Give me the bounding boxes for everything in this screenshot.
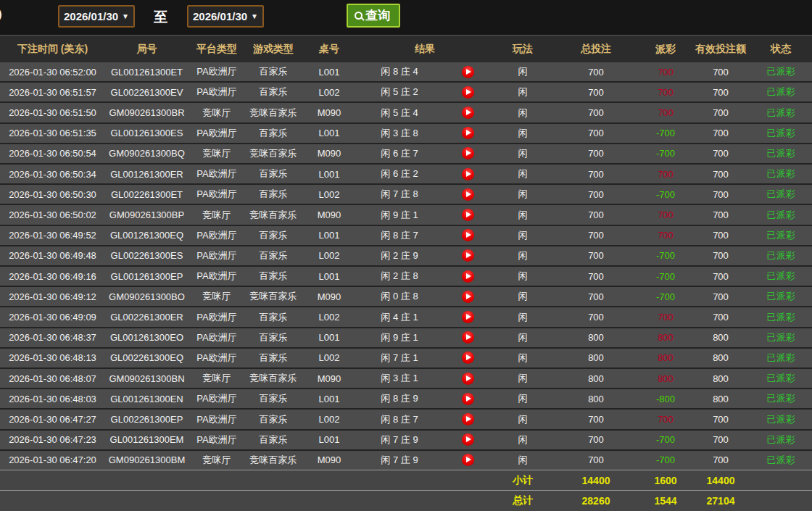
table-row: 2026-01-30 06:49:16 GL001261300EP PA欧洲厅 … xyxy=(0,267,812,287)
play-icon[interactable] xyxy=(462,454,474,466)
cell-status-badge: 已派彩 xyxy=(750,331,812,344)
play-icon[interactable] xyxy=(462,373,474,385)
cell-result: 闲 2 庄 9 xyxy=(357,249,442,262)
cell-replay xyxy=(442,188,493,201)
subtotal-valid-bet: 14400 xyxy=(692,475,750,486)
cell-round-id: GL001261300EM xyxy=(105,434,188,445)
cell-result: 闲 3 庄 1 xyxy=(357,372,442,385)
cell-total-bet: 700 xyxy=(552,434,639,445)
cell-round-id: GL002261300EQ xyxy=(105,352,188,363)
play-icon[interactable] xyxy=(462,270,474,283)
play-icon[interactable] xyxy=(462,352,474,364)
cell-table-no: M090 xyxy=(302,454,357,465)
play-icon[interactable] xyxy=(462,168,474,180)
header-payout: 派彩 xyxy=(639,43,692,56)
subtotal-row: 小计 14400 1600 14400 xyxy=(0,470,812,490)
total-valid-bet: 27104 xyxy=(692,495,750,507)
cell-valid-bet: 700 xyxy=(692,434,750,445)
cell-game-type: 竞咪百家乐 xyxy=(245,107,302,120)
cell-replay xyxy=(442,433,493,446)
cell-round-id: GL001261300ET xyxy=(105,67,188,78)
play-icon[interactable] xyxy=(462,86,474,99)
play-icon[interactable] xyxy=(462,291,474,303)
play-icon[interactable] xyxy=(462,66,474,78)
cell-play-type: 闲 xyxy=(493,86,552,99)
cell-replay xyxy=(442,352,493,364)
play-icon[interactable] xyxy=(462,393,474,405)
cell-valid-bet: 700 xyxy=(692,230,750,241)
cell-game-type: 竞咪百家乐 xyxy=(245,209,302,222)
cell-replay xyxy=(442,229,493,241)
table-row: 2026-01-30 06:51:35 GL001261300ES PA欧洲厅 … xyxy=(0,124,812,144)
play-icon[interactable] xyxy=(462,249,474,262)
cell-round-id: GL001261300EN xyxy=(105,394,188,404)
cell-platform: PA欧洲厅 xyxy=(188,86,245,99)
cell-total-bet: 700 xyxy=(552,87,639,98)
cell-total-bet: 700 xyxy=(552,414,639,425)
total-label: 总计 xyxy=(493,494,552,507)
cell-valid-bet: 700 xyxy=(692,107,750,118)
play-icon[interactable] xyxy=(462,188,474,201)
cell-round-id: GM090261300BM xyxy=(105,454,188,465)
cell-replay xyxy=(442,209,493,221)
header-game-type: 游戏类型 xyxy=(245,43,302,56)
play-icon[interactable] xyxy=(462,107,474,119)
date-from-value: 2026/01/30 xyxy=(64,10,118,22)
total-total-bet: 28260 xyxy=(552,495,639,507)
cell-status-badge: 已派彩 xyxy=(750,392,812,405)
cell-status-badge: 已派彩 xyxy=(750,270,812,283)
cell-game-type: 百家乐 xyxy=(245,167,302,180)
date-from-select[interactable]: 2026/01/30 ▼ xyxy=(58,5,135,28)
cell-status-badge: 已派彩 xyxy=(750,372,812,385)
cell-round-id: GM090261300BR xyxy=(105,107,188,118)
grand-total-row: 总计 28260 1544 27104 xyxy=(0,490,812,511)
cell-table-no: M090 xyxy=(302,291,357,302)
play-icon[interactable] xyxy=(462,413,474,425)
header-total-bet: 总投注 xyxy=(552,43,639,56)
cell-status-badge: 已派彩 xyxy=(750,433,812,446)
cell-bet-time: 2026-01-30 06:47:20 xyxy=(0,454,105,465)
cell-play-type: 闲 xyxy=(493,209,552,222)
cell-table-no: L001 xyxy=(302,434,357,445)
cell-status-badge: 已派彩 xyxy=(750,413,812,426)
cell-result: 闲 2 庄 8 xyxy=(357,270,442,283)
cell-platform: PA欧洲厅 xyxy=(188,249,245,262)
cell-table-no: L001 xyxy=(302,67,357,78)
play-icon[interactable] xyxy=(462,209,474,221)
cell-valid-bet: 700 xyxy=(692,271,750,282)
cell-result: 闲 5 庄 4 xyxy=(357,107,442,120)
header-table-no: 桌号 xyxy=(302,43,357,56)
cell-platform: 竞咪厅 xyxy=(188,372,245,385)
play-icon[interactable] xyxy=(462,311,474,323)
play-icon[interactable] xyxy=(462,331,474,344)
header-status: 状态 xyxy=(750,43,812,56)
cell-table-no: L001 xyxy=(302,169,357,180)
cell-result: 闲 9 庄 1 xyxy=(357,331,442,344)
cell-result: 闲 8 庄 7 xyxy=(357,229,442,242)
subtotal-payout: 1600 xyxy=(639,475,692,486)
query-button[interactable]: 查询 xyxy=(347,4,400,28)
cell-payout: -700 xyxy=(639,250,692,261)
cell-status-badge: 已派彩 xyxy=(750,209,812,222)
play-icon[interactable] xyxy=(462,127,474,139)
cell-total-bet: 700 xyxy=(552,209,639,220)
cell-game-type: 竞咪百家乐 xyxy=(245,372,302,385)
play-icon[interactable] xyxy=(462,433,474,446)
cell-play-type: 闲 xyxy=(493,392,552,405)
clipped-label-fragment: ) xyxy=(0,7,2,22)
cell-replay xyxy=(442,107,493,119)
cell-bet-time: 2026-01-30 06:50:02 xyxy=(0,209,105,220)
header-bet-time: 下注时间 (美东) xyxy=(0,43,105,56)
cell-replay xyxy=(442,127,493,139)
cell-bet-time: 2026-01-30 06:48:07 xyxy=(0,373,105,384)
play-icon[interactable] xyxy=(462,229,474,241)
table-header: 下注时间 (美东) 局号 平台类型 游戏类型 桌号 结果 玩法 总投注 派彩 有… xyxy=(0,35,812,62)
cell-play-type: 闲 xyxy=(493,188,552,201)
play-icon[interactable] xyxy=(462,147,474,159)
date-to-select[interactable]: 2026/01/30 ▼ xyxy=(187,5,264,28)
cell-platform: 竞咪厅 xyxy=(188,454,245,467)
caret-down-icon: ▼ xyxy=(122,13,129,20)
cell-replay xyxy=(442,454,493,466)
table-row: 2026-01-30 06:50:34 GL001261300ER PA欧洲厅 … xyxy=(0,165,812,185)
cell-total-bet: 800 xyxy=(552,394,639,404)
